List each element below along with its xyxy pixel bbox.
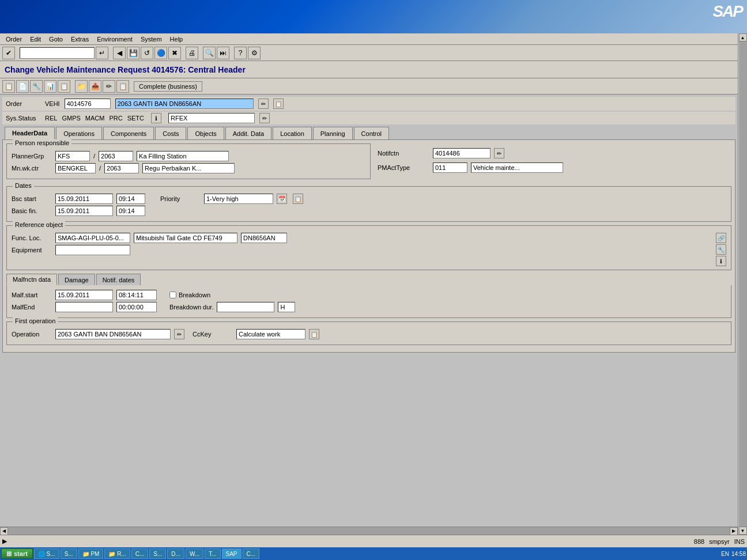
enter-button[interactable]: ↵ bbox=[96, 47, 108, 59]
sub-tab-notif-dates[interactable]: Notif. dates bbox=[96, 274, 141, 285]
edit-icon[interactable]: ✏ bbox=[258, 99, 269, 109]
malf-end-date[interactable] bbox=[55, 302, 113, 312]
toolbar2-btn-9[interactable]: 📋 bbox=[116, 80, 129, 93]
save-button[interactable]: 💾 bbox=[127, 47, 139, 59]
toolbar2-btn-8[interactable]: ✏ bbox=[103, 80, 115, 93]
toolbar2-btn-5[interactable]: 📋 bbox=[58, 80, 70, 93]
complete-business-button[interactable]: Complete (business) bbox=[134, 81, 202, 92]
tab-components[interactable]: Components bbox=[103, 127, 154, 139]
notifctn-value[interactable] bbox=[433, 148, 491, 158]
scroll-right-button[interactable]: ▶ bbox=[730, 527, 738, 535]
refresh-button[interactable]: ↺ bbox=[141, 47, 153, 59]
toolbar2-btn-6[interactable]: 📁 bbox=[75, 80, 88, 93]
stop-button[interactable]: 🔵 bbox=[154, 47, 167, 59]
mn-wk-ctr-name[interactable] bbox=[142, 163, 235, 173]
breakdown-dur-unit[interactable] bbox=[278, 302, 295, 312]
cckey-icon[interactable]: 📋 bbox=[309, 329, 319, 339]
scroll-v-track[interactable] bbox=[739, 41, 747, 527]
taskbar-item-c1[interactable]: C... bbox=[131, 548, 149, 559]
breakdown-dur-value[interactable] bbox=[217, 302, 274, 312]
basic-fin-time[interactable] bbox=[116, 206, 145, 216]
taskbar-item-sap[interactable]: SAP bbox=[222, 548, 242, 559]
priority-value[interactable] bbox=[204, 194, 273, 204]
menu-extras[interactable]: Extras bbox=[67, 35, 92, 43]
back-button[interactable]: ✔ bbox=[2, 47, 15, 59]
equipment-value[interactable] bbox=[55, 245, 130, 255]
malf-start-time[interactable] bbox=[116, 290, 157, 300]
copy-icon[interactable]: 📋 bbox=[273, 99, 284, 109]
pmact-code[interactable] bbox=[433, 162, 467, 173]
tab-objects[interactable]: Objects bbox=[187, 127, 224, 139]
scroll-left-button[interactable]: ◀ bbox=[0, 527, 8, 535]
menu-help[interactable]: Help bbox=[167, 35, 187, 43]
scroll-h-track[interactable] bbox=[8, 527, 730, 535]
taskbar-item-pm[interactable]: 📁 PM bbox=[78, 548, 104, 559]
taskbar-item-r[interactable]: 📁 R... bbox=[104, 548, 130, 559]
taskbar-item-1[interactable]: 🌐 S... bbox=[34, 548, 59, 559]
planner-grp-name[interactable] bbox=[137, 151, 229, 161]
sub-tab-damage[interactable]: Damage bbox=[58, 274, 95, 285]
bsc-start-time[interactable] bbox=[116, 194, 145, 204]
taskbar-item-w[interactable]: W... bbox=[186, 548, 203, 559]
func-loc-value[interactable] bbox=[55, 233, 130, 243]
tab-planning[interactable]: Planning bbox=[313, 127, 353, 139]
tab-header-data[interactable]: HeaderData bbox=[5, 127, 55, 139]
menu-environment[interactable]: Environment bbox=[93, 35, 136, 43]
func-loc-code[interactable] bbox=[241, 233, 287, 243]
planner-grp-code[interactable] bbox=[55, 151, 90, 161]
toolbar2-btn-1[interactable]: 📋 bbox=[2, 80, 15, 93]
notifctn-edit-icon[interactable]: ✏ bbox=[494, 148, 504, 158]
menu-order[interactable]: Order bbox=[2, 35, 25, 43]
planner-grp-num[interactable] bbox=[99, 151, 133, 161]
menu-goto[interactable]: Goto bbox=[46, 35, 66, 43]
taskbar-item-t[interactable]: T... bbox=[205, 548, 220, 559]
tab-control[interactable]: Control bbox=[354, 127, 389, 139]
malf-end-time[interactable] bbox=[116, 302, 157, 312]
tab-costs[interactable]: Costs bbox=[155, 127, 186, 139]
menu-system[interactable]: System bbox=[137, 35, 165, 43]
dates-icon[interactable]: 📋 bbox=[293, 194, 303, 204]
toolbar2-btn-2[interactable]: 📄 bbox=[16, 80, 29, 93]
find-button[interactable]: 🔍 bbox=[203, 47, 216, 59]
bsc-start-date[interactable] bbox=[55, 194, 113, 204]
scroll-up-button[interactable]: ▲ bbox=[739, 33, 747, 41]
mn-wk-ctr-code[interactable] bbox=[55, 163, 96, 173]
taskbar-item-2[interactable]: S... bbox=[61, 548, 77, 559]
taskbar-item-d[interactable]: D... bbox=[167, 548, 184, 559]
tab-operations[interactable]: Operations bbox=[56, 127, 102, 139]
horizontal-scrollbar[interactable]: ◀ ▶ bbox=[0, 527, 738, 535]
basic-fin-date[interactable] bbox=[55, 206, 113, 216]
sub-tab-malf[interactable]: Malfnctn data bbox=[6, 274, 57, 285]
command-field[interactable] bbox=[20, 47, 95, 59]
pmact-desc[interactable] bbox=[471, 162, 563, 173]
order-number[interactable] bbox=[65, 99, 111, 109]
cckey-value[interactable] bbox=[236, 329, 305, 339]
toolbar2-btn-3[interactable]: 🔧 bbox=[30, 80, 43, 93]
ref-icon-1[interactable]: 🔗 bbox=[716, 233, 726, 243]
operation-value[interactable] bbox=[55, 329, 171, 339]
nav-back-button[interactable]: ◀ bbox=[113, 47, 126, 59]
scroll-down-button[interactable]: ▼ bbox=[739, 527, 747, 535]
mn-wk-ctr-num[interactable] bbox=[104, 163, 139, 173]
ref-info-icon[interactable]: ℹ bbox=[716, 256, 726, 266]
operation-edit-icon[interactable]: ✏ bbox=[174, 329, 184, 339]
taskbar-item-s[interactable]: S... bbox=[149, 548, 166, 559]
vertical-scrollbar[interactable]: ▲ ▼ bbox=[738, 33, 747, 535]
func-loc-desc[interactable] bbox=[134, 233, 237, 243]
ref-icon-2[interactable]: 🔧 bbox=[716, 244, 726, 255]
priority-calendar-icon[interactable]: 📅 bbox=[277, 194, 287, 204]
print-button[interactable]: 🖨 bbox=[186, 47, 198, 59]
status-info-icon[interactable]: ℹ bbox=[151, 113, 161, 123]
cancel-button[interactable]: ✖ bbox=[168, 47, 181, 59]
tab-addit-data[interactable]: Addit. Data bbox=[225, 127, 271, 139]
toolbar2-btn-4[interactable]: 📊 bbox=[44, 80, 56, 93]
tab-location[interactable]: Location bbox=[273, 127, 312, 139]
taskbar-item-c2[interactable]: C... bbox=[243, 548, 260, 559]
breakdown-checkbox[interactable] bbox=[169, 292, 176, 298]
help-button[interactable]: ? bbox=[234, 47, 247, 59]
start-button[interactable]: ⊞ start bbox=[1, 548, 33, 559]
order-description[interactable] bbox=[115, 99, 254, 109]
toolbar2-btn-7[interactable]: 📤 bbox=[89, 80, 101, 93]
malf-start-date[interactable] bbox=[55, 290, 113, 300]
menu-edit[interactable]: Edit bbox=[27, 35, 44, 43]
